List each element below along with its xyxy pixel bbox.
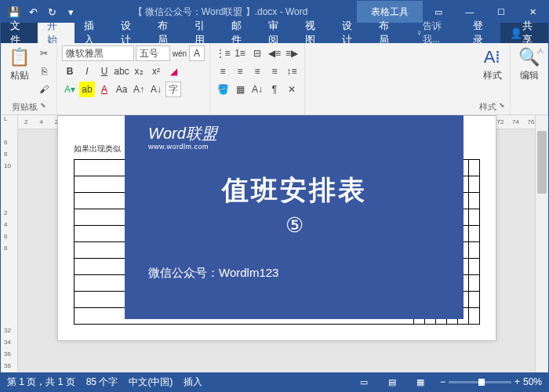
- tab-home[interactable]: 开始: [38, 23, 75, 43]
- insert-mode[interactable]: 插入: [184, 376, 202, 389]
- overlay-title: 值班安排表: [222, 172, 367, 209]
- shrink-font-button[interactable]: A↓: [148, 82, 164, 97]
- quick-access-toolbar: 💾 ↶ ↻ ▾: [1, 3, 84, 20]
- collapse-ribbon-button[interactable]: ㅅ: [536, 45, 545, 58]
- align-center-button[interactable]: ≡: [232, 64, 248, 79]
- save-button[interactable]: 💾: [5, 3, 23, 20]
- zoom-in-button[interactable]: +: [514, 376, 520, 387]
- tab-design[interactable]: 设计: [111, 23, 148, 43]
- styles-launcher[interactable]: ⬊: [499, 101, 505, 113]
- underline-button[interactable]: U: [96, 64, 112, 79]
- word-count[interactable]: 85 个字: [86, 376, 118, 389]
- sort-button[interactable]: A↓: [249, 82, 265, 97]
- tab-context-design[interactable]: 设计: [333, 23, 369, 43]
- show-marks-button[interactable]: ¶: [267, 82, 282, 97]
- qat-customize-button[interactable]: ▾: [62, 3, 79, 20]
- document-title: 【 微信公众号：Word联盟 】.docx - Word: [84, 5, 357, 19]
- italic-button[interactable]: I: [79, 64, 95, 79]
- bullets-button[interactable]: ⋮≡: [215, 45, 231, 61]
- styles-button[interactable]: A⁞ 样式: [479, 45, 505, 84]
- tab-review[interactable]: 审阅: [259, 23, 296, 43]
- tab-layout[interactable]: 布局: [148, 23, 185, 43]
- tab-file[interactable]: 文件: [1, 23, 38, 43]
- page-indicator[interactable]: 第 1 页，共 1 页: [7, 376, 75, 389]
- read-mode-button[interactable]: ▭: [355, 375, 373, 389]
- tab-insert[interactable]: 插入: [75, 23, 111, 43]
- tab-references[interactable]: 引用: [185, 23, 222, 43]
- zoom-control: − + 50%: [440, 376, 542, 387]
- align-right-button[interactable]: ≡: [249, 64, 265, 79]
- status-bar: 第 1 页，共 1 页 85 个字 中文(中国) 插入 ▭ ▤ ▦ − + 50…: [1, 372, 548, 391]
- tab-context-layout[interactable]: 布局: [369, 23, 406, 43]
- font-size-combo[interactable]: 五号: [136, 45, 170, 61]
- group-clipboard: 📋 粘贴 ✂ ⎘ 🖌 剪贴板⬊: [1, 43, 57, 114]
- font-color-button[interactable]: A: [96, 82, 112, 97]
- clear-formatting-button[interactable]: ◢: [165, 64, 181, 79]
- justify-button[interactable]: ≡: [267, 64, 282, 79]
- styles-icon: A⁞: [484, 47, 501, 67]
- grow-font-button[interactable]: A↑: [131, 82, 147, 97]
- share-button[interactable]: 👤 共享: [500, 23, 548, 43]
- print-layout-button[interactable]: ▤: [384, 375, 401, 389]
- font-name-combo[interactable]: 微软雅黑: [62, 45, 134, 61]
- vertical-scrollbar[interactable]: [535, 115, 548, 372]
- web-layout-button[interactable]: ▦: [412, 375, 429, 389]
- overlay-number: ⑤: [285, 213, 304, 238]
- borders-button[interactable]: ▦: [232, 82, 248, 97]
- paste-button[interactable]: 📋 粘贴: [5, 45, 33, 84]
- zoom-out-button[interactable]: −: [440, 376, 445, 387]
- vertical-ruler[interactable]: L6810246832343638: [1, 115, 18, 372]
- line-spacing-button[interactable]: ↕≡: [284, 64, 300, 79]
- scrollbar-thumb[interactable]: [537, 131, 547, 194]
- decrease-indent-button[interactable]: ◀≡: [267, 45, 282, 61]
- overlay-subtitle: 微信公众号：Wordlm123: [148, 266, 278, 281]
- tab-view[interactable]: 视图: [296, 23, 333, 43]
- subscript-button[interactable]: x₂: [131, 64, 147, 79]
- group-styles: A⁞ 样式 样式⬊: [474, 43, 511, 114]
- multilevel-button[interactable]: ⊟: [249, 45, 265, 61]
- splash-overlay: Word联盟 www.wordlm.com 值班安排表 ⑤ 微信公众号：Word…: [125, 115, 464, 319]
- copy-button[interactable]: ⎘: [36, 64, 52, 79]
- superscript-button[interactable]: x²: [148, 64, 164, 79]
- group-paragraph: ⋮≡ 1≡ ⊟ ◀≡ ≡▶ ≡ ≡ ≡ ≡ ↕≡ 🪣 ▦ A↓ ¶ ✕: [210, 43, 305, 114]
- zoom-level[interactable]: 50%: [523, 376, 542, 387]
- ruby-button[interactable]: wén: [172, 45, 187, 61]
- tell-me-input[interactable]: ♀ 告诉我...: [406, 23, 464, 43]
- enclosed-char-button[interactable]: 字: [165, 82, 181, 97]
- overlay-logo: Word联盟: [148, 123, 217, 144]
- clipboard-icon: 📋: [9, 47, 30, 67]
- clipboard-launcher[interactable]: ⬊: [40, 101, 46, 113]
- format-painter-button[interactable]: 🖌: [36, 82, 52, 97]
- text-effects-button[interactable]: A▾: [62, 82, 78, 97]
- text-direction-button[interactable]: ✕: [284, 82, 300, 97]
- signin-button[interactable]: 登录: [464, 23, 500, 43]
- zoom-slider[interactable]: [449, 381, 511, 383]
- align-left-button[interactable]: ≡: [215, 64, 231, 79]
- ribbon: 📋 粘贴 ✂ ⎘ 🖌 剪贴板⬊ 微软雅黑 五号 wén A B I U abc: [1, 43, 548, 115]
- change-case-button[interactable]: Aa: [114, 82, 129, 97]
- bold-button[interactable]: B: [62, 64, 78, 79]
- strikethrough-button[interactable]: abc: [114, 64, 129, 79]
- language-indicator[interactable]: 中文(中国): [129, 376, 173, 389]
- numbering-button[interactable]: 1≡: [232, 45, 248, 61]
- overlay-url: www.wordlm.com: [148, 143, 209, 151]
- group-font: 微软雅黑 五号 wén A B I U abc x₂ x² ◢ A▾ ab A …: [57, 43, 210, 114]
- undo-button[interactable]: ↶: [24, 3, 42, 20]
- ribbon-tabs: 文件 开始 插入 设计 布局 引用 邮件 审阅 视图 设计 布局 ♀ 告诉我..…: [1, 23, 548, 43]
- shading-button[interactable]: 🪣: [215, 82, 231, 97]
- redo-button[interactable]: ↻: [43, 3, 60, 20]
- highlight-button[interactable]: ab: [79, 82, 95, 97]
- tab-mailings[interactable]: 邮件: [222, 23, 259, 43]
- character-border-button[interactable]: A: [189, 45, 205, 61]
- document-canvas[interactable]: 2424681012146870727476 如果出现类似 星期一 Word联盟…: [18, 115, 535, 372]
- increase-indent-button[interactable]: ≡▶: [284, 45, 300, 61]
- cut-button[interactable]: ✂: [36, 45, 52, 61]
- document-area: L6810246832343638 2424681012146870727476…: [1, 115, 548, 372]
